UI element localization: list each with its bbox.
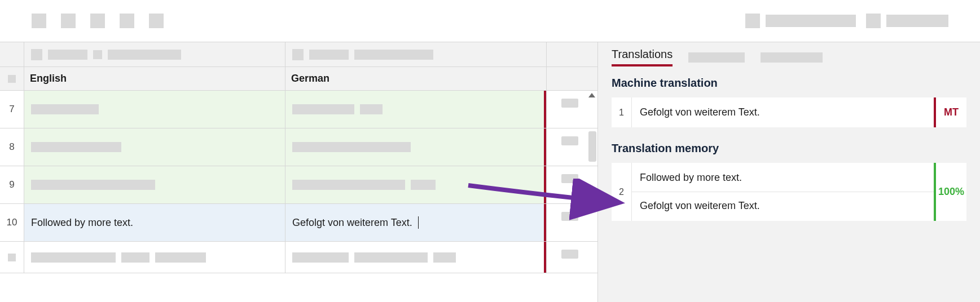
scrollbar[interactable]	[586, 91, 597, 273]
segment-source[interactable]	[24, 242, 285, 273]
toolbar-icon[interactable]	[149, 14, 164, 28]
segment-target-text: Gefolgt von weiterem Text.	[292, 217, 412, 229]
tm-target-text: Gefolgt von weiterem Text.	[640, 200, 926, 212]
segment-row[interactable]: 8	[0, 128, 597, 166]
target-filter[interactable]	[285, 42, 547, 66]
segment-number: 8	[0, 128, 24, 166]
tm-source-text: Followed by more text.	[640, 172, 926, 184]
segment-source[interactable]: Followed by more text.	[24, 204, 285, 241]
segment-select[interactable]	[0, 242, 24, 273]
tab-translations[interactable]: Translations	[612, 48, 673, 66]
segment-source-text: Followed by more text.	[31, 217, 133, 229]
toolbar-icon[interactable]	[61, 14, 76, 28]
segment-number: 10	[0, 204, 24, 241]
toolbar-group[interactable]	[745, 14, 856, 28]
toolbar-icon[interactable]	[120, 14, 134, 28]
mt-suggestion[interactable]: 1 Gefolgt von weiterem Text. MT	[612, 97, 966, 127]
segment-target[interactable]: Gefolgt von weiterem Text.	[285, 204, 547, 241]
top-toolbar	[0, 0, 980, 42]
target-lang-header: German	[285, 67, 547, 90]
translation-grid: English German 7 8 9	[0, 42, 598, 302]
scroll-up-icon[interactable]	[588, 93, 595, 97]
toolbar-icon[interactable]	[32, 14, 46, 28]
select-all-checkbox[interactable]	[8, 75, 16, 83]
segment-row[interactable]	[0, 242, 597, 273]
source-lang-header: English	[24, 67, 285, 90]
segment-row-active[interactable]: 10 Followed by more text. Gefolgt von we…	[0, 204, 597, 242]
tab-placeholder[interactable]	[688, 52, 745, 63]
segment-target[interactable]	[285, 128, 547, 166]
segment-number: 7	[0, 91, 24, 128]
suggestion-index: 2	[612, 163, 632, 221]
segment-target[interactable]	[285, 166, 547, 203]
source-filter[interactable]	[24, 42, 285, 66]
segment-source[interactable]	[24, 128, 285, 166]
segment-source[interactable]	[24, 91, 285, 128]
filter-row	[0, 42, 597, 67]
segment-row[interactable]: 9	[0, 166, 597, 204]
text-cursor	[418, 216, 419, 229]
segment-number: 9	[0, 166, 24, 203]
segment-row[interactable]: 7	[0, 91, 597, 128]
segment-target[interactable]	[285, 91, 547, 128]
column-headers: English German	[0, 67, 597, 91]
mt-text: Gefolgt von weiterem Text.	[640, 106, 926, 118]
mt-section-title: Machine translation	[612, 77, 966, 90]
side-tabs: Translations	[612, 48, 966, 66]
tm-match-badge: 100%	[934, 163, 966, 221]
tab-placeholder[interactable]	[761, 52, 823, 63]
toolbar-icon[interactable]	[90, 14, 105, 28]
suggestions-panel: Translations Machine translation 1 Gefol…	[598, 42, 980, 302]
segment-target[interactable]	[285, 242, 547, 273]
toolbar-group[interactable]	[866, 14, 948, 28]
scroll-thumb[interactable]	[588, 131, 596, 162]
tm-section-title: Translation memory	[612, 142, 966, 155]
suggestion-index: 1	[612, 97, 632, 127]
tm-suggestion[interactable]: 2 Followed by more text. Gefolgt von wei…	[612, 163, 966, 221]
mt-badge: MT	[934, 97, 966, 127]
segment-source[interactable]	[24, 166, 285, 203]
